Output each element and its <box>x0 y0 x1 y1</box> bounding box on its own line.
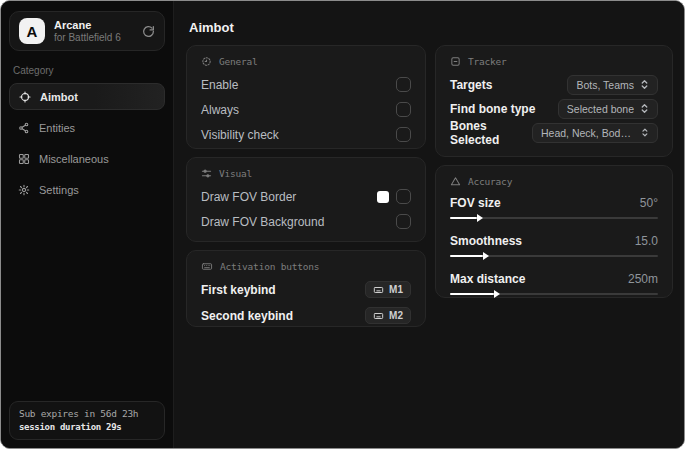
draw-fov-border-checkbox[interactable] <box>396 189 411 204</box>
triangle-icon <box>450 176 461 187</box>
subscription-card: Sub expires in 56d 23h session duration … <box>9 401 165 440</box>
panel-tracker: Tracker Targets Bots, Teams Find bone ty… <box>435 45 673 157</box>
fov-border-color-swatch[interactable] <box>377 191 389 203</box>
setting-value: 15.0 <box>635 234 658 248</box>
panel-title: Activation buttons <box>220 261 319 272</box>
keyboard-icon <box>201 261 213 272</box>
grid-icon <box>18 153 30 165</box>
targets-dropdown[interactable]: Bots, Teams <box>567 75 658 95</box>
keyboard-icon <box>373 311 384 321</box>
panel-title: Tracker <box>468 56 507 67</box>
setting-row-find-bone-type: Find bone type Selected bone <box>450 100 658 117</box>
setting-row-always: Always <box>201 101 411 118</box>
setting-row-visibility-check: Visibility check <box>201 126 411 143</box>
sub-expiry-text: Sub expires in 56d 23h <box>19 408 155 419</box>
crosshair-icon <box>19 91 31 103</box>
setting-label: Second keybind <box>201 309 293 323</box>
app-window: A Arcane for Battlefield 6 Category Aimb… <box>0 0 685 449</box>
panel-title: General <box>219 56 258 67</box>
dropdown-value: Selected bone <box>567 103 634 115</box>
panel-accuracy: Accuracy FOV size 50° Smoothness 15.0 <box>435 165 673 298</box>
find-bone-type-dropdown[interactable]: Selected bone <box>558 99 658 119</box>
setting-row-targets: Targets Bots, Teams <box>450 76 658 93</box>
sliders-icon <box>201 168 212 179</box>
smoothness-setting: Smoothness 15.0 <box>450 234 658 261</box>
fov-size-slider[interactable] <box>450 213 658 223</box>
setting-label: Enable <box>201 78 238 92</box>
sidebar-item-label: Miscellaneous <box>39 153 109 165</box>
first-keybind-button[interactable]: M1 <box>365 281 411 298</box>
visibility-check-checkbox[interactable] <box>396 127 411 142</box>
setting-label: Draw FOV Background <box>201 215 324 229</box>
crosshair-dashed-icon <box>201 56 212 67</box>
enable-checkbox[interactable] <box>396 77 411 92</box>
setting-label: Draw FOV Border <box>201 190 296 204</box>
second-keybind-button[interactable]: M2 <box>365 307 411 324</box>
setting-value: 250m <box>628 272 658 286</box>
slider-fill <box>450 255 483 257</box>
setting-label: Find bone type <box>450 102 535 116</box>
bones-selected-dropdown[interactable]: Head, Neck, Body, Pe.. <box>532 123 658 143</box>
setting-label: Bones Selected <box>450 119 532 147</box>
panel-general: General Enable Always Visibility check <box>186 45 426 149</box>
dropdown-value: Bots, Teams <box>576 79 634 91</box>
chevron-up-down-icon <box>640 103 649 114</box>
dropdown-value: Head, Neck, Body, Pe.. <box>541 127 635 139</box>
always-checkbox[interactable] <box>396 102 411 117</box>
main-content: Aimbot General Enable Always Visib <box>174 1 684 448</box>
page-title: Aimbot <box>189 20 234 35</box>
chevron-up-down-icon <box>641 127 649 138</box>
setting-label: Always <box>201 103 239 117</box>
setting-row-bones-selected: Bones Selected Head, Neck, Body, Pe.. <box>450 124 658 141</box>
sync-icon[interactable] <box>142 25 155 38</box>
sidebar: A Arcane for Battlefield 6 Category Aimb… <box>1 1 174 448</box>
sidebar-item-entities[interactable]: Entities <box>9 115 165 141</box>
app-name: Arcane <box>54 19 133 32</box>
fov-size-setting: FOV size 50° <box>450 196 658 223</box>
session-duration-text: session duration 29s <box>19 422 155 432</box>
setting-label: Visibility check <box>201 128 279 142</box>
max-distance-slider[interactable] <box>450 289 658 299</box>
app-subtitle: for Battlefield 6 <box>54 32 133 44</box>
setting-row-draw-fov-background: Draw FOV Background <box>201 213 411 230</box>
setting-label: FOV size <box>450 196 501 210</box>
keybind-value: M1 <box>389 284 403 295</box>
sidebar-item-label: Entities <box>39 122 75 134</box>
panel-title: Visual <box>219 168 252 179</box>
nodes-icon <box>18 122 30 134</box>
keybind-value: M2 <box>389 310 403 321</box>
sidebar-item-miscellaneous[interactable]: Miscellaneous <box>9 146 165 172</box>
setting-label: Targets <box>450 78 492 92</box>
sidebar-item-label: Settings <box>39 184 79 196</box>
slider-fill <box>450 217 477 219</box>
panel-title: Accuracy <box>468 176 512 187</box>
chevron-up-down-icon <box>640 79 649 90</box>
scan-icon <box>450 56 461 67</box>
max-distance-setting: Max distance 250m <box>450 272 658 299</box>
setting-row-first-keybind: First keybind M1 <box>201 281 411 298</box>
slider-fill <box>450 293 494 295</box>
app-header-card: A Arcane for Battlefield 6 <box>9 11 165 51</box>
setting-row-draw-fov-border: Draw FOV Border <box>201 188 411 205</box>
setting-label: Smoothness <box>450 234 522 248</box>
panel-visual: Visual Draw FOV Border Draw FOV Backgrou… <box>186 157 426 242</box>
setting-label: Max distance <box>450 272 525 286</box>
sidebar-item-label: Aimbot <box>40 91 78 103</box>
smoothness-slider[interactable] <box>450 251 658 261</box>
setting-label: First keybind <box>201 283 276 297</box>
category-label: Category <box>13 65 165 76</box>
draw-fov-background-checkbox[interactable] <box>396 214 411 229</box>
gear-icon <box>18 184 30 196</box>
setting-row-enable: Enable <box>201 76 411 93</box>
app-meta: Arcane for Battlefield 6 <box>54 19 133 43</box>
app-logo: A <box>19 18 45 44</box>
setting-value: 50° <box>640 196 658 210</box>
setting-row-second-keybind: Second keybind M2 <box>201 307 411 324</box>
keyboard-icon <box>373 285 384 295</box>
panel-activation-buttons: Activation buttons First keybind M1 Seco… <box>186 250 426 327</box>
sidebar-item-aimbot[interactable]: Aimbot <box>9 83 165 110</box>
sidebar-item-settings[interactable]: Settings <box>9 177 165 203</box>
